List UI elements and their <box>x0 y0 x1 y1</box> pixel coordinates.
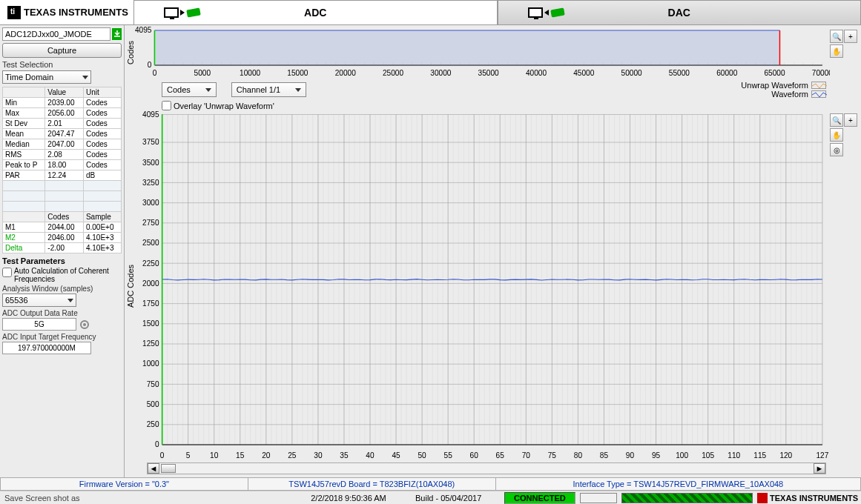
scroll-left-button[interactable]: ◄ <box>148 463 159 474</box>
stats-row: Min2039.00Codes <box>3 98 122 108</box>
zoom-icon[interactable]: 🔍 <box>830 30 843 43</box>
input-freq-label: ADC Input Target Frequency <box>2 333 122 341</box>
svg-text:0: 0 <box>155 440 159 448</box>
svg-text:5000: 5000 <box>194 69 211 77</box>
svg-text:40000: 40000 <box>526 69 547 77</box>
svg-text:15: 15 <box>236 450 244 459</box>
overlay-checkbox[interactable] <box>162 101 171 110</box>
codes-select[interactable]: Codes <box>162 82 217 97</box>
svg-text:40: 40 <box>366 450 374 459</box>
device-select[interactable] <box>2 27 110 41</box>
svg-text:2250: 2250 <box>142 258 159 267</box>
monitor-icon <box>528 7 543 18</box>
input-freq-input[interactable] <box>2 342 91 354</box>
svg-text:3000: 3000 <box>142 198 159 207</box>
analysis-window-label: Analysis Window (samples) <box>2 285 122 293</box>
svg-text:30: 30 <box>314 450 322 459</box>
interface-type: Interface Type = TSW14J57REVD_FIRMWARE_1… <box>496 478 860 490</box>
ti-logo-text: TEXAS INSTRUMENTS <box>24 7 128 18</box>
svg-text:20000: 20000 <box>335 69 357 77</box>
svg-text:90: 90 <box>626 450 634 459</box>
gear-icon[interactable] <box>79 319 90 331</box>
svg-text:1000: 1000 <box>142 359 159 368</box>
chevron-down-icon <box>67 299 73 302</box>
svg-text:100: 100 <box>676 450 688 459</box>
svg-text:120: 120 <box>779 450 792 459</box>
svg-text:70000: 70000 <box>812 69 830 77</box>
svg-text:1250: 1250 <box>142 339 159 348</box>
capture-button[interactable]: Capture <box>2 43 122 58</box>
big-ylabel: ADC Codes <box>126 264 135 307</box>
svg-text:500: 500 <box>147 399 159 408</box>
build-date: Build - 05/04/2017 <box>415 494 504 503</box>
download-button[interactable] <box>112 28 122 40</box>
plus-icon[interactable]: + <box>844 113 857 127</box>
channel-select[interactable]: Channel 1/1 <box>231 82 306 97</box>
svg-text:3750: 3750 <box>142 137 159 146</box>
monitor-icon <box>164 7 179 18</box>
arrow-in-icon <box>180 10 185 16</box>
svg-text:2750: 2750 <box>142 218 159 227</box>
svg-text:25: 25 <box>288 450 296 459</box>
tab-dac-label: DAC <box>668 7 690 19</box>
svg-point-1 <box>83 323 86 326</box>
zoom-icon[interactable]: 🔍 <box>830 113 843 127</box>
svg-text:1750: 1750 <box>142 299 159 308</box>
pan-icon[interactable]: ✋ <box>830 128 843 142</box>
svg-text:45: 45 <box>392 450 400 459</box>
svg-text:2500: 2500 <box>142 238 159 247</box>
svg-text:127: 127 <box>816 450 828 459</box>
channel-select-value: Channel 1/1 <box>237 85 280 94</box>
status-bar-1: Firmware Version = "0.3" TSW14J57revD Bo… <box>0 477 861 491</box>
main-chart[interactable]: ADC Codes 051015202530354045505560657075… <box>125 110 830 461</box>
output-rate-input[interactable] <box>2 318 76 331</box>
svg-text:45000: 45000 <box>573 69 595 77</box>
svg-text:85: 85 <box>600 450 608 459</box>
stats-row: St Dev2.01Codes <box>3 119 122 129</box>
firmware-version: Firmware Version = "0.3" <box>1 478 248 490</box>
svg-text:55: 55 <box>444 450 452 459</box>
stats-row: PAR12.24dB <box>3 170 122 181</box>
chevron-down-icon <box>82 76 88 79</box>
svg-text:115: 115 <box>753 450 766 459</box>
test-selection-label: Test Selection <box>2 60 122 69</box>
svg-text:20: 20 <box>262 450 270 459</box>
col-codes: Codes <box>45 212 84 222</box>
marker-row: M22046.004.10E+3 <box>3 233 122 243</box>
horizontal-scrollbar[interactable]: ◄ ► <box>147 462 826 474</box>
tab-dac[interactable]: DAC <box>498 0 862 24</box>
ti-chip-icon <box>7 6 21 19</box>
svg-text:10000: 10000 <box>240 69 261 77</box>
svg-text:50000: 50000 <box>621 69 643 77</box>
svg-text:50: 50 <box>418 450 426 459</box>
datetime: 2/2/2018 9:50:36 AM <box>282 494 415 503</box>
connection-status: CONNECTED <box>504 492 575 504</box>
pan-icon[interactable]: ✋ <box>830 44 843 58</box>
svg-text:55000: 55000 <box>669 69 690 77</box>
marker-row: M12044.000.00E+0 <box>3 222 122 233</box>
board-info: TSW14J57revD Board = T823BFIZ(10AX048) <box>248 478 496 490</box>
tab-adc[interactable]: ADC <box>133 0 498 24</box>
scroll-thumb[interactable] <box>161 464 176 473</box>
svg-text:750: 750 <box>147 379 159 388</box>
auto-calc-label: Auto Calculation of Coherent Frequencies <box>14 267 122 283</box>
tab-adc-label: ADC <box>304 7 326 19</box>
svg-text:105: 105 <box>702 450 714 459</box>
auto-calc-checkbox[interactable] <box>2 268 12 277</box>
save-screenshot-label[interactable]: Save Screen shot as <box>0 494 282 503</box>
ti-logo: TEXAS INSTRUMENTS <box>0 0 133 24</box>
analysis-window-value: 65536 <box>5 296 28 305</box>
test-selection-dropdown[interactable]: Time Domain <box>2 70 91 84</box>
svg-rect-92 <box>154 30 779 65</box>
svg-text:4095: 4095 <box>135 27 152 34</box>
svg-text:30000: 30000 <box>430 69 452 77</box>
analysis-window-dropdown[interactable]: 65536 <box>2 294 76 307</box>
scroll-right-button[interactable]: ► <box>814 463 825 474</box>
ti-chip-icon <box>757 493 768 503</box>
chevron-down-icon <box>295 88 301 92</box>
overview-chart[interactable]: Codes 0409505000100001500020000250003000… <box>125 27 830 79</box>
cursor-icon[interactable]: ◎ <box>830 143 843 156</box>
marker-row: Delta-2.004.10E+3 <box>3 243 122 253</box>
svg-text:3250: 3250 <box>142 177 159 186</box>
plus-icon[interactable]: + <box>844 30 857 43</box>
